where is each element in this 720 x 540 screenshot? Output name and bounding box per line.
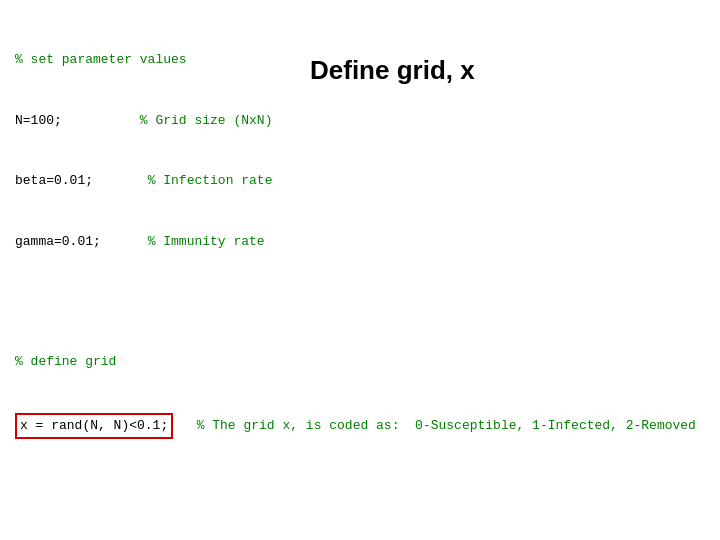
line-x: x = rand(N, N)<0.1; % The grid x, is cod… <box>15 413 705 439</box>
slide-title: Define grid, x <box>310 55 475 86</box>
highlight-x: x = rand(N, N)<0.1; <box>15 413 173 439</box>
line-beta: beta=0.01; % Infection rate <box>15 171 705 191</box>
line-gamma: gamma=0.01; % Immunity rate <box>15 232 705 252</box>
line-N: N=100; % Grid size (NxN) <box>15 111 705 131</box>
blank1 <box>15 292 705 312</box>
blank2 <box>15 479 705 499</box>
comment-define-grid: % define grid <box>15 352 705 372</box>
